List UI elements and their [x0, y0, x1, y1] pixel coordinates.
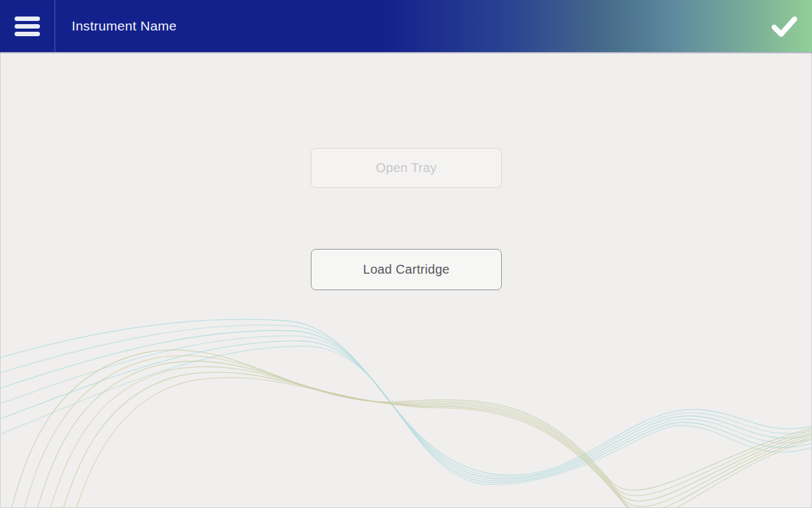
instrument-home-screen: Instrument Name Open Tray Load Cartridge	[0, 0, 812, 508]
app-bar: Instrument Name	[0, 0, 812, 52]
checkmark-icon	[770, 14, 798, 38]
confirm-status-button[interactable]	[770, 0, 798, 52]
load-cartridge-button[interactable]: Load Cartridge	[311, 249, 502, 290]
hamburger-menu-icon	[15, 17, 40, 21]
open-tray-button[interactable]: Open Tray	[311, 148, 502, 188]
hamburger-menu-button[interactable]	[0, 0, 55, 52]
app-bar-title: Instrument Name	[55, 18, 177, 34]
